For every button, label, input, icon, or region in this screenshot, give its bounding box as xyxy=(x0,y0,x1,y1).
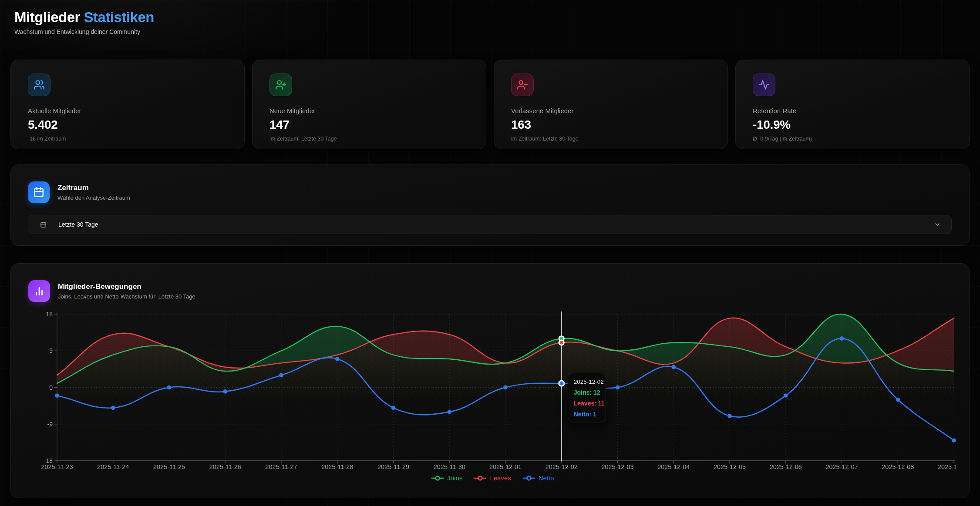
period-select-value: Letzte 30 Tage xyxy=(58,221,98,228)
svg-text:2025-12-01: 2025-12-01 xyxy=(489,463,522,470)
bar-chart-icon xyxy=(28,280,50,302)
svg-text:2025-12-03: 2025-12-03 xyxy=(601,463,633,470)
users-icon xyxy=(28,74,51,96)
svg-text:0: 0 xyxy=(49,384,53,391)
stat-label: Verlassene Mitglieder xyxy=(511,107,715,114)
stat-sub: im Zeitraum: Letzte 30 Tage xyxy=(269,136,474,142)
svg-text:2025-11-26: 2025-11-26 xyxy=(209,463,241,470)
tooltip-date: 2025-12-02 xyxy=(574,379,600,385)
tooltip-row-0: Joins: 12 xyxy=(574,389,600,396)
stat-label: Neue Mitglieder xyxy=(269,107,474,114)
stat-label: Aktuelle Mitglieder xyxy=(28,107,232,114)
chart-subtitle: Joins, Leaves und Netto-Wachstum für: Le… xyxy=(58,293,195,300)
stat-sub: im Zeitraum: Letzte 30 Tage xyxy=(511,136,715,142)
activity-icon xyxy=(753,74,775,96)
stat-card-new-members: Neue Mitglieder 147 im Zeitraum: Letzte … xyxy=(252,60,486,149)
period-title: Zeitraum xyxy=(57,184,130,192)
stat-sub: Ø -0.9/Tag (im Zeitraum) xyxy=(753,136,957,142)
period-select[interactable]: Letzte 30 Tage xyxy=(28,215,952,234)
svg-text:2025-12-09: 2025-12-09 xyxy=(938,463,956,470)
svg-text:2025-11-30: 2025-11-30 xyxy=(434,463,465,470)
stat-sub: -16 im Zeitraum xyxy=(28,136,232,142)
legend-item-netto[interactable]: Netto xyxy=(522,474,554,482)
stat-value: -10.9% xyxy=(753,118,957,132)
legend-marker-icon xyxy=(522,475,535,481)
svg-text:2025-11-25: 2025-11-25 xyxy=(153,463,185,470)
svg-text:2025-12-08: 2025-12-08 xyxy=(882,463,914,470)
page-title: Mitglieder Statistiken xyxy=(14,9,970,26)
page-title-primary: Mitglieder xyxy=(14,9,80,25)
stat-card-current-members: Aktuelle Mitglieder 5.402 -16 im Zeitrau… xyxy=(10,60,245,149)
user-minus-icon xyxy=(511,74,534,96)
svg-text:2025-11-27: 2025-11-27 xyxy=(265,463,297,470)
legend-marker-icon xyxy=(431,475,444,481)
chart-area: 1890-9-182025-11-232025-11-242025-11-252… xyxy=(28,306,957,488)
chart-panel: Mitglieder-Bewegungen Joins, Leaves und … xyxy=(10,263,970,498)
stat-card-retention: Retention Rate -10.9% Ø -0.9/Tag (im Zei… xyxy=(735,60,970,149)
svg-text:2025-11-28: 2025-11-28 xyxy=(321,463,353,470)
svg-text:2025-11-29: 2025-11-29 xyxy=(377,463,409,470)
svg-text:18: 18 xyxy=(46,311,53,318)
stat-value: 163 xyxy=(511,118,715,132)
legend-item-leaves[interactable]: Leaves xyxy=(474,474,511,482)
calendar-small-icon xyxy=(40,221,47,228)
period-panel: Zeitraum Wähle den Analyse-Zeitraum Letz… xyxy=(10,164,970,246)
period-subtitle: Wähle den Analyse-Zeitraum xyxy=(57,194,130,201)
svg-text:-9: -9 xyxy=(47,421,53,428)
tooltip-row-2: Netto: 1 xyxy=(574,411,600,418)
chart-legend: JoinsLeavesNetto xyxy=(28,474,957,482)
stat-card-left-members: Verlassene Mitglieder 163 im Zeitraum: L… xyxy=(494,60,728,149)
user-plus-icon xyxy=(269,74,292,96)
page-title-accent: Statistiken xyxy=(84,9,154,25)
stat-label: Retention Rate xyxy=(753,107,957,114)
svg-text:2025-12-02: 2025-12-02 xyxy=(546,463,578,470)
svg-text:9: 9 xyxy=(49,347,53,354)
svg-text:2025-12-07: 2025-12-07 xyxy=(825,463,858,470)
dashboard-page: Mitglieder Statistiken Wachstum und Entw… xyxy=(0,0,980,498)
chart-tooltip: 2025-12-02 Joins: 12Leaves: 11Netto: 1 xyxy=(568,373,606,422)
legend-marker-icon xyxy=(474,475,487,481)
chart-title: Mitglieder-Bewegungen xyxy=(58,282,195,291)
page-subtitle: Wachstum und Entwicklung deiner Communit… xyxy=(14,28,970,36)
svg-text:2025-11-23: 2025-11-23 xyxy=(41,463,73,470)
svg-text:2025-12-05: 2025-12-05 xyxy=(714,463,746,470)
stat-cards-row: Aktuelle Mitglieder 5.402 -16 im Zeitrau… xyxy=(10,60,970,149)
svg-text:2025-12-06: 2025-12-06 xyxy=(770,463,802,470)
legend-item-joins[interactable]: Joins xyxy=(431,474,462,482)
svg-text:2025-12-04: 2025-12-04 xyxy=(657,463,690,470)
svg-text:2025-11-24: 2025-11-24 xyxy=(97,463,129,470)
stat-value: 147 xyxy=(269,118,474,132)
tooltip-row-1: Leaves: 11 xyxy=(574,400,600,407)
stat-value: 5.402 xyxy=(28,118,232,132)
chevron-down-icon xyxy=(934,221,941,228)
calendar-icon xyxy=(28,181,50,203)
chart-canvas[interactable]: 1890-9-182025-11-232025-11-242025-11-252… xyxy=(28,306,956,472)
